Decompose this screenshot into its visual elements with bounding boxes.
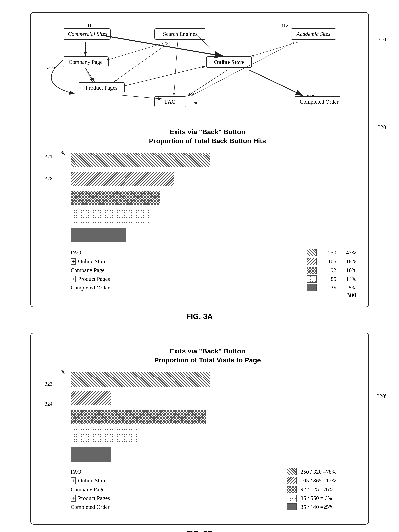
bar-3b-product (71, 425, 356, 443)
legend-3b-eq-completed: 35 / 140 =25% (301, 504, 356, 510)
bar-online-store-fill (71, 172, 174, 186)
legend-row-completed: Completed Order 35 5% (71, 284, 356, 291)
ref-311: 311 (87, 23, 94, 28)
svg-line-6 (114, 42, 170, 82)
legend-num-product: 85 (321, 276, 336, 282)
legend-row-online: + Online Store 105 18% (71, 258, 356, 265)
svg-line-8 (174, 42, 178, 95)
legend-num-company: 92 (321, 267, 336, 273)
plus-icon-product: + (71, 276, 76, 282)
fig-300-ref: 300 (347, 291, 356, 299)
node-search: Search Engines (154, 28, 206, 40)
bar-company-fill (71, 190, 160, 205)
legend-label-company: Company Page (71, 267, 302, 273)
bar-3b-product-fill (71, 429, 138, 443)
legend-label-faq: FAQ (71, 249, 302, 256)
legend-3b-row-completed: Completed Order 35 / 140 =25% (71, 503, 356, 511)
legend-3b-label-completed: Completed Order (71, 504, 283, 510)
plus-icon-3b-online: + (71, 477, 76, 484)
node-online-store: Online Store (206, 56, 252, 68)
bar-chart-3a: % (71, 150, 356, 243)
chart-title-3b-2: Proportion of Total Visits to Page (59, 356, 356, 364)
plus-icon-online: + (71, 258, 76, 265)
bar-3b-completed-fill (71, 447, 110, 462)
bar-online-store (71, 168, 356, 186)
chart-title-3a-2: Proportion of Total Back Button Hits (59, 137, 356, 145)
ref-323: 323 (45, 381, 53, 387)
node-completed: Completed Order (295, 96, 341, 107)
legend-row-faq: FAQ 250 47% (71, 249, 356, 256)
diagram-section: 311 312 316 313 317 Commercial Sites Sea… (43, 20, 356, 120)
ref-310: 310 (378, 36, 386, 43)
svg-line-14 (188, 70, 227, 96)
ref-324: 324 (45, 401, 53, 407)
legend-3b-swatch-online (287, 477, 297, 484)
legend-swatch-online (307, 258, 316, 265)
legend-3b-label-online: + Online Store (71, 477, 283, 484)
legend-pct-completed: 5% (341, 285, 356, 291)
page-container: 310 320 311 312 316 313 317 Commercial S… (16, 12, 383, 532)
chart-section-3a: 321 328 Exits via "Back" Button Proporti… (43, 122, 356, 295)
fig-3a-label: FIG. 3A (186, 312, 213, 321)
ref-328: 328 (45, 176, 53, 182)
bar-product (71, 206, 356, 224)
fig-3b-label: FIG. 3B (186, 529, 213, 532)
bar-company (71, 187, 356, 205)
legend-swatch-completed (307, 284, 316, 291)
bar-3b-faq-fill (71, 372, 210, 387)
svg-line-13 (124, 66, 205, 86)
legend-3b-eq-online: 105 / 865 =12% (301, 477, 356, 484)
legend-3b-row-faq: FAQ 250 / 320 =78% (71, 468, 356, 475)
bar-completed-fill (71, 228, 127, 242)
chart-section-3b: 323 324 Exits via "Back" Button Proporti… (43, 341, 356, 514)
legend-swatch-product (307, 275, 316, 283)
chart-title-3b-1: Exits via "Back" Button (59, 347, 356, 355)
node-product: Product Pages (79, 82, 124, 93)
svg-line-11 (85, 68, 94, 82)
legend-num-online: 105 (321, 258, 336, 265)
bar-faq-fill (71, 153, 210, 167)
bar-3b-online-fill (71, 391, 110, 405)
ref-316: 316 (47, 64, 55, 70)
node-academic: Academic Sites (291, 28, 336, 40)
legend-num-faq: 250 (321, 249, 336, 256)
svg-line-15 (249, 70, 303, 95)
bar-3b-online (71, 387, 356, 405)
ref-321: 321 (45, 154, 53, 160)
legend-pct-faq: 47% (341, 249, 356, 256)
legend-3a: FAQ 250 47% + Online Store 105 18% Compa… (71, 249, 356, 291)
bar-3b-faq (71, 369, 356, 387)
fig3a-wrapper: 310 320 311 312 316 313 317 Commercial S… (30, 12, 369, 321)
legend-3b-label-company: Company Page (71, 486, 283, 493)
fig3a-box: 310 320 311 312 316 313 317 Commercial S… (30, 12, 369, 307)
node-commercial: Commercial Sites (63, 28, 110, 40)
bar-faq (71, 150, 356, 167)
legend-3b-row-online: + Online Store 105 / 865 =12% (71, 477, 356, 484)
legend-label-completed: Completed Order (71, 285, 302, 291)
bar-3b-company (71, 406, 356, 424)
legend-3b-swatch-product (287, 494, 297, 502)
legend-3b-eq-company: 92 / 125 =76% (301, 486, 356, 493)
fig3b-wrapper: 320' 323 324 Exits via "Back" Button Pro… (30, 333, 369, 532)
legend-3b-label-product: + Product Pages (71, 495, 283, 501)
fig3b-box: 320' 323 324 Exits via "Back" Button Pro… (30, 333, 369, 525)
legend-3b: FAQ 250 / 320 =78% + Online Store 105 / … (71, 468, 356, 511)
legend-label-product: + Product Pages (71, 276, 302, 282)
legend-3b-swatch-completed (287, 503, 297, 511)
legend-pct-product: 14% (341, 276, 356, 282)
bar-3b-completed (71, 443, 356, 462)
plus-icon-3b-product: + (71, 495, 76, 501)
legend-3b-swatch-faq (287, 468, 297, 475)
legend-swatch-faq (307, 249, 316, 256)
ref-320: 320 (378, 124, 386, 130)
legend-3b-swatch-company (287, 486, 297, 493)
ref-320prime: 320' (377, 393, 386, 399)
chart-title-3a-1: Exits via "Back" Button (59, 128, 356, 136)
ref-312: 312 (281, 23, 289, 28)
bar-3b-company-fill (71, 410, 206, 424)
svg-line-10 (192, 42, 295, 95)
legend-label-online: + Online Store (71, 258, 302, 265)
node-company: Company Page (63, 56, 109, 68)
legend-pct-company: 16% (341, 267, 356, 273)
legend-3b-row-company: Company Page 92 / 125 =76% (71, 486, 356, 493)
